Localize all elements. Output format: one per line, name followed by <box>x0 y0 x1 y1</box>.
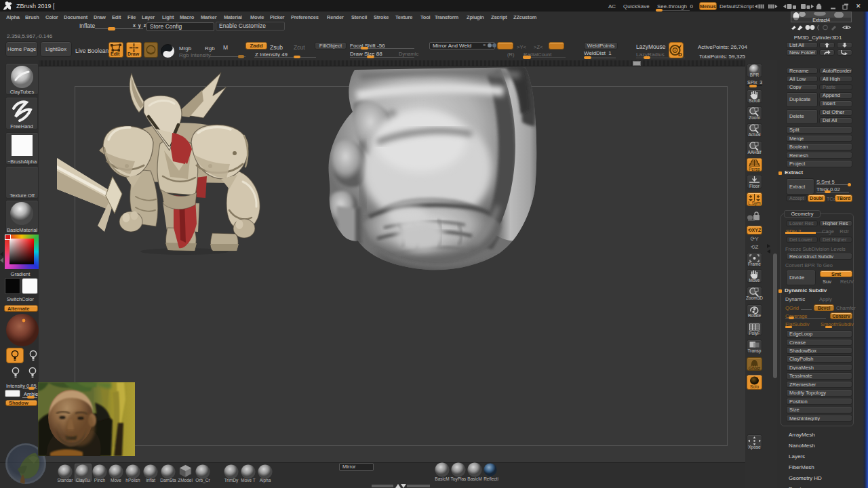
svg-text:D: D <box>678 52 682 58</box>
